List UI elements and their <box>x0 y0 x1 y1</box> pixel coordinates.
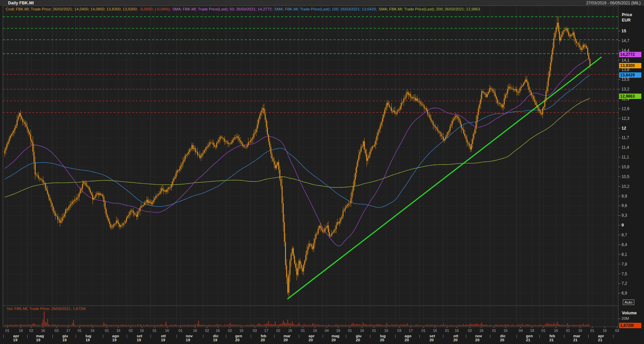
time-tick-label: 01 <box>178 329 183 333</box>
month-label: apr 21 <box>598 334 604 342</box>
time-tick-label: 02 <box>276 329 280 333</box>
month-separator: | <box>370 334 371 338</box>
price-tick-label: 8,7 <box>621 233 627 237</box>
month-label: apr 20 <box>309 334 315 342</box>
month-separator: | <box>103 334 104 338</box>
time-tick-label: 01 <box>348 329 352 333</box>
time-tick-label: 03 <box>253 329 257 333</box>
volume-axis-label: 20M <box>621 316 629 320</box>
month-label: set 20 <box>430 334 435 342</box>
time-tick-label: 16 <box>90 329 94 333</box>
chart-window: Daily FBK.MI 27/03/2019 - 06/05/2021 (MI… <box>0 0 644 344</box>
month-label: nov 20 <box>475 334 482 342</box>
month-label: dic 20 <box>500 334 506 342</box>
price-chart-canvas[interactable] <box>0 0 644 344</box>
time-tick-label: 01 <box>566 329 570 333</box>
month-separator: | <box>250 334 251 338</box>
price-tick-label: 8,1 <box>621 252 627 257</box>
time-tick-label: 01 <box>372 329 376 333</box>
legend-sma100-series[interactable]: SMA; FBK.MI; Trade Price(Last); 100; 26/… <box>274 7 378 11</box>
month-label: nov 19 <box>186 334 193 342</box>
time-tick-label: 17 <box>66 329 70 333</box>
time-tick-label: 16 <box>19 329 23 333</box>
price-tick-label: 14,1 <box>621 58 629 63</box>
time-tick-label: 16 <box>384 329 388 333</box>
month-separator: | <box>443 334 444 338</box>
time-tick-label: 03 <box>397 329 401 333</box>
month-label: lug 20 <box>380 334 386 342</box>
price-tick-label: 13,2 <box>621 87 629 92</box>
month-label: mar 21 <box>573 334 580 342</box>
month-separator: | <box>52 334 53 338</box>
auto-scale-button[interactable]: Auto <box>623 300 634 305</box>
legend-sma50-series[interactable]: SMA; FBK.MI; Trade Price(Last); 50; 26/0… <box>172 7 274 11</box>
price-tick-label: 9,6 <box>621 203 627 208</box>
time-tick-label: 17 <box>264 329 268 333</box>
month-separator: | <box>395 334 396 338</box>
month-label: lug 19 <box>85 334 91 342</box>
month-separator: | <box>490 334 491 338</box>
volume-current-tag: 1,672M <box>619 323 641 328</box>
month-separator: | <box>3 334 4 338</box>
price-tick-label: 7,2 <box>621 281 627 286</box>
month-separator: | <box>274 334 275 338</box>
month-label: ott 19 <box>161 334 166 342</box>
month-separator: | <box>613 334 614 338</box>
time-tick-label: 16 <box>313 329 317 333</box>
legend-sma200-series[interactable]: SMA; FBK.MI; Trade Price(Last); 200; 26/… <box>378 7 480 11</box>
month-label: apr 19 <box>13 334 19 342</box>
month-label: gen 20 <box>235 334 242 342</box>
time-tick-label: 16 <box>41 329 45 333</box>
time-tick-label: 01 <box>445 329 449 333</box>
time-tick-label: 04 <box>519 329 523 333</box>
price-tag: 13,6429 <box>619 72 641 78</box>
month-label: ott 20 <box>453 334 458 342</box>
time-tick-label: 17 <box>409 329 413 333</box>
month-separator: | <box>203 334 204 338</box>
time-tick-label: 16 <box>165 329 169 333</box>
legend-change-value: -0,0050; (-0,04%); <box>139 7 172 11</box>
price-tick-label: 15 <box>621 29 626 33</box>
month-separator: | <box>516 334 517 338</box>
volume-legend[interactable]: Vol; FBK.MI; Trade Price; 26/03/2021; 1,… <box>7 307 86 311</box>
time-tick-label: 01 <box>492 329 496 333</box>
month-label: gen 21 <box>526 334 533 342</box>
month-separator: | <box>322 334 323 338</box>
month-separator: | <box>75 334 76 338</box>
price-axis-unit: EUR <box>622 18 631 23</box>
month-separator: | <box>150 334 151 338</box>
month-label: feb 21 <box>549 334 555 342</box>
time-tick-label: 16 <box>603 329 607 333</box>
month-separator: | <box>298 334 299 338</box>
price-tick-label: 9 <box>621 223 624 228</box>
month-label: mag 20 <box>331 334 339 342</box>
time-tick-label: 01 <box>590 329 594 333</box>
month-separator: | <box>346 334 347 338</box>
time-tick-label: 01 <box>105 329 109 333</box>
price-tick-label: 10,5 <box>621 174 629 179</box>
price-tick-label: 12,6 <box>621 106 629 111</box>
month-separator: | <box>539 334 540 338</box>
time-tick-label: 03 <box>54 329 58 333</box>
time-tick-label: 01 <box>541 329 546 333</box>
time-tick-label: 01 <box>5 329 9 333</box>
month-label: set 19 <box>137 334 143 342</box>
price-tick-label: 11,7 <box>621 135 629 140</box>
time-tick-label: 01 <box>78 329 82 333</box>
time-tick-label: 16 <box>239 329 243 333</box>
legend-candle-series[interactable]: Cndl; FBK.MI; Trade Price; 26/03/2021; 1… <box>6 7 139 11</box>
month-separator: | <box>419 334 420 338</box>
time-tick-label: 16 <box>360 329 364 333</box>
month-separator: | <box>126 334 127 338</box>
time-tick-label: 16 <box>455 329 459 333</box>
month-separator: | <box>176 334 177 338</box>
month-separator: | <box>588 334 589 338</box>
price-tick-label: 7,5 <box>621 272 627 276</box>
time-tick-label: 16 <box>578 329 582 333</box>
month-label: ago 19 <box>112 334 119 342</box>
price-tick-label: 12 <box>621 126 626 131</box>
price-tick-label: 13,5 <box>621 77 629 82</box>
time-tick-label: 16 <box>216 329 220 333</box>
price-tick-label: 10,2 <box>621 184 629 189</box>
price-tick-label: 14,7 <box>621 38 629 43</box>
